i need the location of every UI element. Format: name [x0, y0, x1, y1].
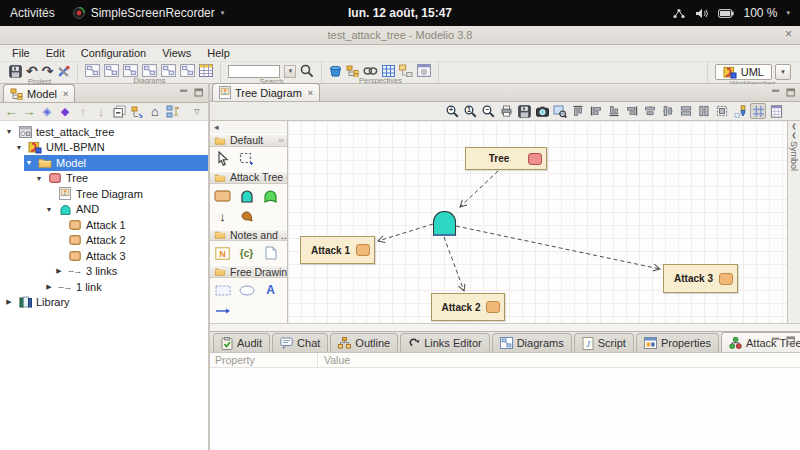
tree-item-library[interactable]: ▶Library — [0, 295, 208, 311]
minimize-icon[interactable] — [771, 88, 781, 97]
expander-icon[interactable]: ▶ — [44, 283, 54, 291]
redo-icon[interactable]: ↷ — [42, 64, 54, 78]
document-tool-icon[interactable] — [261, 244, 280, 262]
pin-icon[interactable]: ∞ — [278, 136, 284, 145]
palette-group-attack-tree[interactable]: Attack Tree∞ — [210, 171, 287, 184]
workbench-selector[interactable]: UML — [715, 64, 772, 80]
tab-script[interactable]: JScript — [574, 333, 634, 352]
tab-audit[interactable]: Audit — [213, 333, 270, 352]
minimize-icon[interactable] — [771, 336, 781, 345]
matrix-table-icon[interactable] — [199, 64, 213, 77]
tab-model[interactable]: Model × — [3, 84, 75, 102]
zoom-in-icon[interactable]: + — [444, 103, 460, 119]
arrow-down-tool-icon[interactable]: ↓ — [213, 208, 232, 226]
same-height-icon[interactable] — [696, 103, 712, 119]
zoom-actual-icon[interactable]: 1 — [462, 103, 478, 119]
tab-chat[interactable]: Chat — [272, 333, 328, 352]
align-top-icon[interactable] — [570, 103, 586, 119]
move-up-icon[interactable]: ↑ — [75, 104, 91, 119]
expander-icon[interactable]: ▼ — [4, 128, 14, 135]
expander-icon[interactable]: ▼ — [14, 144, 24, 151]
hierarchy-icon[interactable] — [346, 65, 359, 77]
save-icon[interactable] — [516, 103, 532, 119]
tab-links-editor[interactable]: Links Editor — [400, 333, 489, 352]
line-arrow-tool-icon[interactable] — [213, 302, 232, 320]
tree-item-tree-diagram[interactable]: Tree Diagram — [0, 186, 208, 202]
tree-item-attack-1[interactable]: Attack 1 — [0, 217, 208, 233]
symbol-side-tab[interactable]: ❮ ❮ Symbol — [787, 121, 800, 323]
diagram-node-tree[interactable]: Tree — [465, 147, 547, 170]
constraint-tool-icon[interactable]: {c} — [237, 244, 256, 262]
note-tool-icon[interactable]: N — [213, 244, 232, 262]
text-tool-icon[interactable]: A — [261, 281, 280, 299]
fit-frame-icon[interactable] — [714, 103, 730, 119]
nav-forward-icon[interactable]: → — [21, 104, 37, 119]
tree-item-3-links[interactable]: ▶--→3 links — [0, 264, 208, 280]
attack-tool-icon[interactable] — [213, 187, 232, 205]
system-tray[interactable]: 100 % ▾ — [672, 6, 790, 20]
search-run-icon[interactable] — [300, 64, 314, 78]
configure-icon[interactable] — [57, 65, 70, 78]
workbench-dropdown-icon[interactable]: ▼ — [775, 64, 791, 80]
tab-outline[interactable]: Outline — [330, 333, 398, 352]
maximize-icon[interactable] — [786, 336, 796, 345]
tab-tree-diagram[interactable]: Tree Diagram × — [212, 83, 320, 101]
diagram-node-attack1[interactable]: Attack 1 — [300, 236, 375, 264]
activities-button[interactable]: Activités — [10, 6, 55, 20]
close-icon[interactable]: × — [308, 88, 313, 98]
pin-icon[interactable]: ∞ — [286, 173, 287, 182]
tab-diagrams[interactable]: Diagrams — [492, 333, 572, 352]
rect-tool-icon[interactable] — [213, 281, 232, 299]
marquee-select-icon[interactable] — [237, 150, 256, 168]
menu-views[interactable]: Views — [154, 45, 199, 61]
align-left-icon[interactable] — [588, 103, 604, 119]
fit-selection-icon[interactable] — [552, 103, 568, 119]
class-diagram-icon[interactable] — [85, 64, 100, 77]
expander-icon[interactable]: ▼ — [44, 206, 54, 213]
close-icon[interactable]: × — [63, 89, 68, 99]
table-blue-icon[interactable] — [382, 65, 395, 77]
tree-item-attack-2[interactable]: Attack 2 — [0, 233, 208, 249]
settings-window-icon[interactable] — [417, 64, 431, 77]
maximize-icon[interactable] — [194, 88, 204, 97]
zoom-out-icon[interactable]: − — [480, 103, 496, 119]
or-tool-icon[interactable] — [261, 187, 280, 205]
diagram-node-attack2[interactable]: Attack 2 — [431, 293, 505, 321]
diagram-node-attack3[interactable]: Attack 3 — [663, 264, 738, 293]
expander-icon[interactable]: ▶ — [54, 267, 64, 275]
undo-icon[interactable]: ↶ — [26, 64, 38, 78]
home-icon[interactable]: ⌂ — [147, 104, 163, 119]
palette-group-free-drawing[interactable]: Free Drawing∞ — [210, 265, 287, 278]
tree-item-tree[interactable]: ▼Tree — [0, 171, 208, 187]
tree-item-attack-3[interactable]: Attack 3 — [0, 248, 208, 264]
minimize-icon[interactable] — [179, 88, 189, 97]
move-down-icon[interactable]: ↓ — [93, 104, 109, 119]
format-painter-icon[interactable] — [732, 103, 748, 119]
menu-configuration[interactable]: Configuration — [73, 45, 154, 61]
tab-properties[interactable]: Properties — [636, 333, 719, 352]
distribute-h-icon[interactable] — [642, 103, 658, 119]
page-setup-icon[interactable] — [768, 103, 784, 119]
align-bottom-icon[interactable] — [606, 103, 622, 119]
view-menu-icon[interactable]: ▽ — [189, 104, 205, 119]
save-icon[interactable] — [9, 65, 22, 78]
toggle-grid-icon[interactable] — [750, 103, 766, 119]
menu-file[interactable]: File — [4, 45, 38, 61]
window-close-button[interactable]: × — [785, 28, 792, 40]
column-property[interactable]: Property — [210, 353, 318, 367]
property-table-body[interactable] — [210, 368, 800, 450]
sync-tree-icon[interactable] — [165, 104, 181, 119]
related-next-icon[interactable]: ◆ — [57, 104, 73, 119]
palette-group-default[interactable]: Default∞ — [210, 134, 287, 147]
collapse-all-icon[interactable] — [111, 104, 127, 119]
tree-item-test-attack-tree[interactable]: ▼test_attack_tree — [0, 124, 208, 140]
menu-edit[interactable]: Edit — [38, 45, 73, 61]
related-prev-icon[interactable]: ◈ — [39, 104, 55, 119]
tree-item-1-link[interactable]: ▶--→1 link — [0, 279, 208, 295]
package-diagram-icon[interactable] — [104, 64, 119, 77]
menu-help[interactable]: Help — [199, 45, 238, 61]
app-indicator[interactable]: SimpleScreenRecorder ▾ — [73, 6, 225, 20]
tree-item-uml-bpmn[interactable]: ▼UML-BPMN — [0, 140, 208, 156]
link-with-editor-icon[interactable] — [129, 104, 145, 119]
bucket-icon[interactable] — [329, 65, 342, 77]
